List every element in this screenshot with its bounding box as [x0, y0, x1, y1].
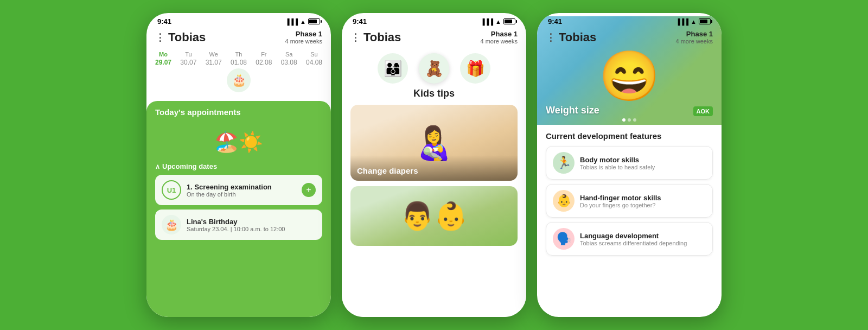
cal-day-name-mon: Mo [159, 51, 168, 58]
gift-icon-wrap[interactable]: 🎁 [460, 53, 490, 84]
body-motor-title: Body motor skills [580, 156, 655, 164]
diapers-card[interactable]: 👩‍🍼 Change diapers [350, 105, 518, 181]
cal-day-tue[interactable]: Tu 30.07 [180, 51, 196, 66]
menu-icon-2[interactable]: ⋮ [350, 31, 360, 43]
upcoming-text: Upcoming dates [162, 162, 217, 170]
hand-motor-sub: Do your fingers go together? [580, 202, 661, 208]
cal-day-name-thu: Th [235, 51, 242, 58]
cal-day-name-sat: Sa [285, 51, 292, 58]
cal-day-num-sun: 04.08 [306, 59, 322, 66]
phone1-body: Mo 29.07 Tu 30.07 We 31.07 Th 01.08 [146, 49, 331, 317]
cal-day-sun[interactable]: Su 04.08 [306, 51, 322, 66]
dev-card-hand[interactable]: 👶 Hand-finger motor skills Do your finge… [546, 184, 713, 218]
phone-3: 9:41 ▐▐▐ ▲ ⋮ Tobias Phase 1 4 more weeks… [537, 13, 722, 317]
screening-card[interactable]: U1 1. Screening examination On the day o… [155, 175, 322, 205]
screening-title: 1. Screening examination [187, 183, 296, 191]
phone2-body: 👨‍👩‍👦 🧸 🎁 Kids tips 👩‍🍼 Change diapers [342, 49, 526, 317]
cal-day-mon[interactable]: Mo 29.07 [155, 51, 171, 66]
hand-motor-icon-wrap: 👶 [553, 190, 575, 212]
diapers-label: Change diapers [350, 155, 518, 181]
green-section: Today's appointments 🏖️☀️ ∧ Upcoming dat… [146, 101, 331, 246]
battery-icon-1 [308, 18, 320, 24]
language-title: Language development [580, 232, 687, 240]
wifi-icon-2: ▲ [495, 18, 501, 25]
dot-2 [628, 118, 631, 122]
cal-day-name-fri: Fr [261, 51, 266, 58]
dot-3 [633, 118, 636, 122]
signal-icon-1: ▐▐▐ [285, 18, 298, 25]
hero-label: Weight size [546, 105, 599, 116]
app-title-3: ⋮ Tobias [546, 30, 596, 45]
vacation-icon: 🏖️☀️ [214, 131, 263, 154]
dot-1 [622, 118, 626, 122]
phase-sub-1: 4 more weeks [285, 38, 322, 45]
signal-icon-2: ▐▐▐ [481, 18, 493, 25]
phase-info-3: Phase 1 4 more weeks [676, 30, 713, 45]
upcoming-label[interactable]: ∧ Upcoming dates [155, 162, 322, 170]
bear-icon: 🧸 [425, 60, 444, 78]
no-appointments: 🏖️☀️ [155, 122, 322, 162]
body-motor-icon: 🏃 [557, 156, 571, 170]
father-card[interactable]: 👨‍👶 [350, 186, 518, 246]
birthday-card[interactable]: 🎂 Lina's Birthday Saturday 23.04. | 10:0… [155, 210, 322, 240]
dev-title: Current development features [546, 131, 713, 141]
menu-icon-1[interactable]: ⋮ [155, 31, 165, 43]
birthday-subtitle: Saturday 23.04. | 10:00 a.m. to 12:00 [187, 226, 285, 232]
u1-badge: U1 [162, 180, 181, 200]
app-header-1: ⋮ Tobias Phase 1 4 more weeks [146, 28, 331, 49]
cal-day-thu[interactable]: Th 01.08 [231, 51, 247, 66]
todays-appointments-title: Today's appointments [155, 107, 322, 117]
phase-sub-3: 4 more weeks [676, 38, 713, 45]
status-time-3: 9:41 [548, 17, 562, 26]
screening-info: 1. Screening examination On the day of b… [187, 183, 296, 198]
hand-motor-info: Hand-finger motor skills Do your fingers… [580, 194, 661, 208]
cal-day-sat[interactable]: Sa 03.08 [281, 51, 297, 66]
calendar-strip: Mo 29.07 Tu 30.07 We 31.07 Th 01.08 [146, 49, 331, 99]
cal-day-name-wed: We [209, 51, 218, 58]
status-time-2: 9:41 [353, 17, 367, 26]
phones-container: 9:41 ▐▐▐ ▲ ⋮ Tobias Phase 1 4 more weeks [136, 2, 732, 328]
calendar-days: Mo 29.07 Tu 30.07 We 31.07 Th 01.08 [155, 51, 322, 66]
battery-icon-2 [503, 18, 515, 24]
status-time-1: 9:41 [157, 17, 171, 26]
cake-icon-wrap: 🎂 [227, 68, 251, 92]
hand-motor-icon: 👶 [557, 194, 571, 208]
bear-icon-wrap[interactable]: 🧸 [419, 53, 449, 84]
birthday-icon: 🎂 [165, 218, 178, 231]
wifi-icon-3: ▲ [691, 18, 697, 25]
app-name-1: Tobias [168, 30, 206, 45]
dev-card-body[interactable]: 🏃 Body motor skills Tobias is able to he… [546, 146, 713, 180]
status-icons-3: ▐▐▐ ▲ [676, 18, 711, 25]
menu-icon-3[interactable]: ⋮ [546, 31, 556, 43]
battery-icon-3 [699, 18, 711, 24]
phase-info-1: Phase 1 4 more weeks [285, 30, 322, 45]
cal-day-fri[interactable]: Fr 02.08 [256, 51, 272, 66]
status-icons-2: ▐▐▐ ▲ [481, 18, 515, 25]
phase-label-1: Phase 1 [285, 30, 322, 38]
wifi-icon-1: ▲ [300, 18, 306, 25]
status-bar-3: 9:41 ▐▐▐ ▲ [537, 13, 722, 28]
phase-label-3: Phase 1 [676, 30, 713, 38]
status-bar-1: 9:41 ▐▐▐ ▲ [146, 13, 331, 28]
dots-indicator [622, 118, 636, 122]
add-screening-button[interactable]: + [302, 183, 316, 197]
cal-day-num-fri: 02.08 [256, 59, 272, 66]
phase-label-2: Phase 1 [481, 30, 518, 38]
family-icon: 👨‍👩‍👦 [384, 60, 403, 78]
language-sub: Tobias screams differentiated depending [580, 240, 687, 246]
hand-motor-title: Hand-finger motor skills [580, 194, 661, 202]
family-icon-wrap[interactable]: 👨‍👩‍👦 [378, 53, 408, 84]
cal-day-num-thu: 01.08 [231, 59, 247, 66]
birthday-info: Lina's Birthday Saturday 23.04. | 10:00 … [187, 218, 285, 232]
cal-day-wed[interactable]: We 31.07 [206, 51, 222, 66]
body-motor-info: Body motor skills Tobias is able to head… [580, 156, 655, 170]
language-icon-wrap: 🗣️ [553, 228, 575, 250]
app-header-2: ⋮ Tobias Phase 1 4 more weeks [342, 28, 526, 49]
kids-tips-icons: 👨‍👩‍👦 🧸 🎁 [342, 49, 526, 86]
dev-card-language[interactable]: 🗣️ Language development Tobias screams d… [546, 222, 713, 256]
language-icon: 🗣️ [557, 232, 571, 246]
body-motor-sub: Tobias is able to head safely [580, 164, 655, 170]
status-icons-1: ▐▐▐ ▲ [285, 18, 320, 25]
baby-emoji: 😄 [599, 48, 660, 105]
cal-day-num-sat: 03.08 [281, 59, 297, 66]
